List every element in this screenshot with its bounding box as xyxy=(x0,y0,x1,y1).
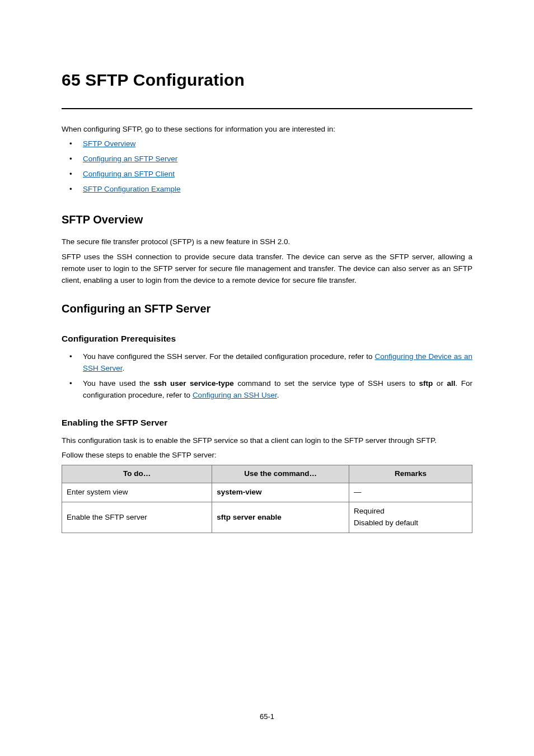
list-item: SFTP Overview xyxy=(69,138,472,150)
col-command: Use the command… xyxy=(212,465,349,483)
link-configuring-sftp-server[interactable]: Configuring an SFTP Server xyxy=(83,155,177,163)
heading-configuring-sftp-server: Configuring an SFTP Server xyxy=(62,300,472,318)
link-sftp-overview[interactable]: SFTP Overview xyxy=(83,139,135,148)
config-table: To do… Use the command… Remarks Enter sy… xyxy=(62,465,472,533)
heading-config-prereq: Configuration Prerequisites xyxy=(62,332,472,346)
page-number: 65-1 xyxy=(0,711,534,722)
text: . xyxy=(123,364,125,372)
chapter-title: 65 SFTP Configuration xyxy=(62,67,472,94)
enable-p2: Follow these steps to enable the SFTP se… xyxy=(62,450,472,461)
list-item: Configuring an SFTP Server xyxy=(69,153,472,165)
prereq-list: You have configured the SSH server. For … xyxy=(69,351,472,402)
link-configuring-sftp-client[interactable]: Configuring an SFTP Client xyxy=(83,170,175,178)
text: You have used the xyxy=(83,379,153,388)
list-item: You have used the ssh user service-type … xyxy=(69,378,472,402)
toc-list: SFTP Overview Configuring an SFTP Server… xyxy=(69,138,472,195)
table-header-row: To do… Use the command… Remarks xyxy=(62,465,472,483)
command-text: ssh user service-type xyxy=(153,379,234,388)
cell-remarks: — xyxy=(349,483,472,502)
text: or xyxy=(433,379,447,388)
heading-sftp-overview: SFTP Overview xyxy=(62,211,472,228)
title-rule xyxy=(62,108,472,109)
text: . xyxy=(277,391,279,399)
link-config-ssh-user[interactable]: Configuring an SSH User xyxy=(193,391,277,399)
table-row: Enable the SFTP server sftp server enabl… xyxy=(62,502,472,533)
cell-command: sftp server enable xyxy=(212,502,349,533)
col-todo: To do… xyxy=(62,465,212,483)
cell-command: system-view xyxy=(212,483,349,502)
col-remarks: Remarks xyxy=(349,465,472,483)
enable-p1: This configuration task is to enable the… xyxy=(62,435,472,447)
list-item: You have configured the SSH server. For … xyxy=(69,351,472,375)
cell-todo: Enable the SFTP server xyxy=(62,502,212,533)
link-sftp-config-example[interactable]: SFTP Configuration Example xyxy=(83,185,181,193)
heading-enable-sftp-server: Enabling the SFTP Server xyxy=(62,416,472,430)
cell-remarks: Required Disabled by default xyxy=(349,502,472,533)
cell-todo: Enter system view xyxy=(62,483,212,502)
overview-p2: SFTP uses the SSH connection to provide … xyxy=(62,251,472,287)
text: You have configured the SSH server. For … xyxy=(83,352,375,361)
table-row: Enter system view system-view — xyxy=(62,483,472,502)
keyword-sftp: sftp xyxy=(419,379,433,388)
keyword-all: all xyxy=(447,379,455,388)
text: command to set the service type of SSH u… xyxy=(234,379,419,388)
list-item: SFTP Configuration Example xyxy=(69,184,472,195)
list-item: Configuring an SFTP Client xyxy=(69,169,472,180)
intro-paragraph: When configuring SFTP, go to these secti… xyxy=(62,124,472,136)
overview-p1: The secure file transfer protocol (SFTP)… xyxy=(62,236,472,248)
